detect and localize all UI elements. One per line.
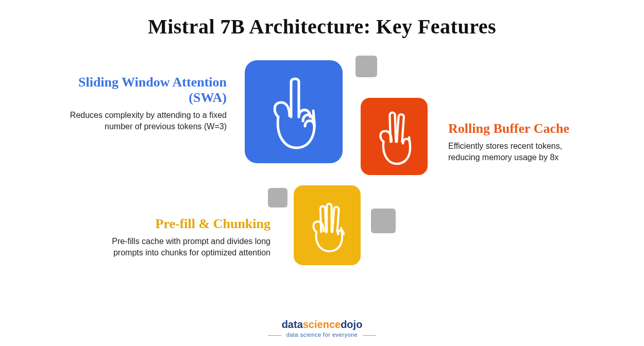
hand-one-icon [263,71,325,153]
decor-square-1 [355,56,377,77]
feature-swa-desc: Reduces complexity by attending to a fix… [62,110,227,133]
tile-chunking [294,185,361,265]
tile-buffer [361,98,428,175]
feature-swa: Sliding Window Attention (SWA) Reduces c… [62,75,227,133]
brand-part1: data [282,319,303,330]
page-title: Mistral 7B Architecture: Key Features [0,14,644,39]
feature-buffer-desc: Efficiently stores recent tokens, reduci… [448,141,592,164]
brand-part3: dojo [341,319,362,330]
brand-tagline-row: data science for everyone [0,332,644,338]
feature-swa-heading: Sliding Window Attention (SWA) [62,75,227,106]
diagram-canvas: Mistral 7B Architecture: Key Features Sl… [0,0,644,346]
tile-swa [245,60,343,163]
hand-three-icon [305,195,349,256]
branding-footer: datasciencedojo data science for everyon… [0,319,644,338]
brand-logo: datasciencedojo [0,319,644,331]
feature-chunking-heading: Pre-fill & Chunking [95,216,270,232]
decor-square-2 [268,188,287,207]
rule-left-icon [268,335,281,336]
hand-two-icon [372,106,416,167]
feature-chunking-desc: Pre-fills cache with prompt and divides … [95,236,270,259]
feature-buffer-heading: Rolling Buffer Cache [448,121,592,136]
rule-right-icon [363,335,376,336]
decor-square-3 [371,209,396,233]
feature-chunking: Pre-fill & Chunking Pre-fills cache with… [95,216,270,259]
brand-part2: science [303,319,341,330]
brand-tagline: data science for everyone [286,332,358,338]
feature-buffer: Rolling Buffer Cache Efficiently stores … [448,121,592,164]
